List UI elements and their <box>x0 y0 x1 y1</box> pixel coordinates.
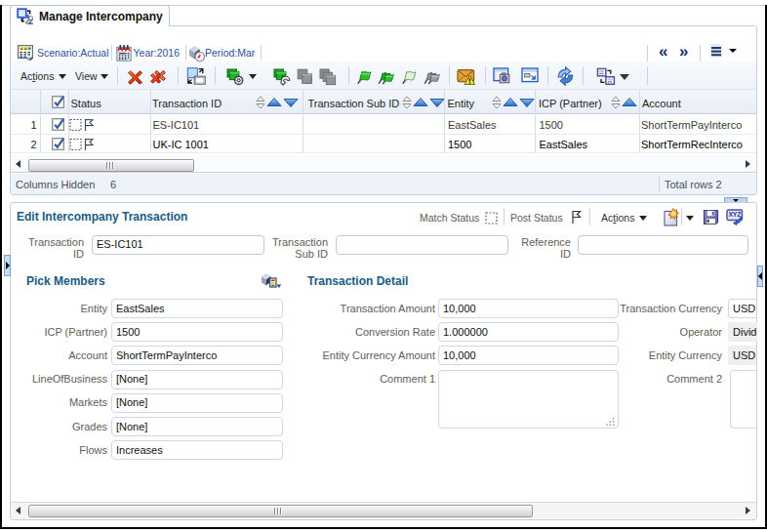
svg-text:XYZ: XYZ <box>729 211 743 218</box>
